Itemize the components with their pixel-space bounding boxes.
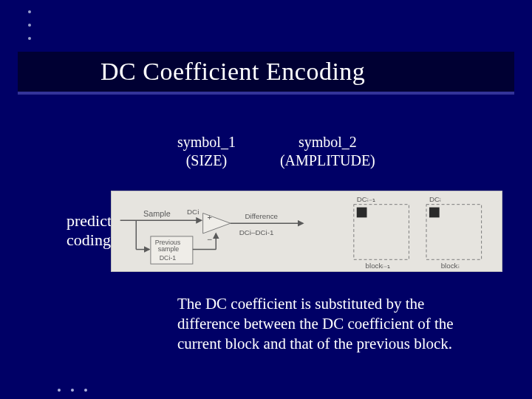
diagram-diffout-label: DCi–DCi-1	[239, 228, 274, 236]
diagram-prev-l1: Previous	[155, 239, 181, 246]
symbol-2-line2: (AMPLITUDE)	[280, 151, 375, 170]
diagram-sample-label: Sample	[143, 209, 171, 218]
diagram-prev-l3: DCi-1	[160, 254, 177, 262]
diagram-blockprev-label: blockᵢ₋₁	[366, 262, 391, 270]
predictive-coding-diagram: Sample DCi Previous sample DCi-1 − + Dif…	[111, 191, 502, 272]
symbol-1-label: symbol_1 (SIZE)	[177, 133, 236, 170]
diagram-svg: Sample DCi Previous sample DCi-1 − + Dif…	[112, 191, 502, 271]
title-bar: DC Coefficient Encoding	[18, 52, 514, 92]
symbol-labels: symbol_1 (SIZE) symbol_2 (AMPLITUDE)	[177, 133, 443, 170]
slide-title: DC Coefficient Encoding	[100, 58, 365, 86]
symbol-2-label: symbol_2 (AMPLITUDE)	[280, 133, 375, 170]
diagram-prev-l2: sample	[158, 245, 180, 253]
diagram-blockcur-label: blockᵢ	[441, 262, 460, 270]
diagram-difference-label: Difference	[245, 212, 279, 220]
decorative-dots-vertical	[28, 10, 31, 50]
symbol-1-line2: (SIZE)	[177, 151, 236, 170]
diagram-dcprev-label: DCᵢ₋₁	[357, 195, 375, 203]
decorative-dots-horizontal	[58, 389, 87, 392]
symbol-1-line1: symbol_1	[177, 133, 236, 151]
body-text: The DC coefficient is substituted by the…	[177, 294, 488, 354]
title-underline	[18, 92, 514, 95]
svg-text:−: −	[207, 234, 212, 244]
svg-text:+: +	[207, 213, 211, 222]
svg-rect-11	[357, 208, 367, 218]
symbol-2-line1: symbol_2	[280, 133, 375, 151]
diagram-dci-label: DCi	[187, 208, 199, 216]
diagram-dccur-label: DCᵢ	[429, 195, 441, 203]
svg-rect-13	[429, 208, 440, 218]
